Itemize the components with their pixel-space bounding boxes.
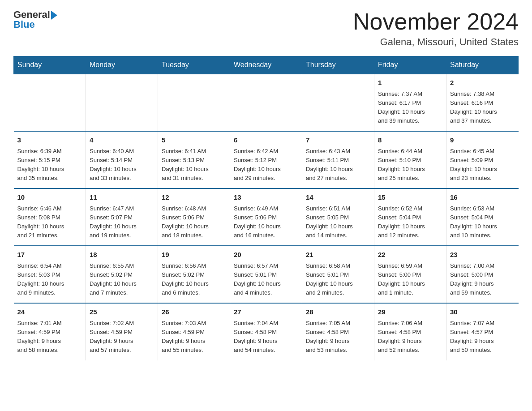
day-info: Sunrise: 6:54 AMSunset: 5:03 PMDaylight:… bbox=[17, 261, 82, 298]
calendar-cell: 6Sunrise: 6:42 AMSunset: 5:12 PMDaylight… bbox=[230, 131, 302, 188]
calendar-cell: 10Sunrise: 6:46 AMSunset: 5:08 PMDayligh… bbox=[14, 188, 86, 246]
day-number: 25 bbox=[90, 307, 154, 317]
calendar-week-row: 10Sunrise: 6:46 AMSunset: 5:08 PMDayligh… bbox=[14, 188, 519, 246]
day-info: Sunrise: 6:48 AMSunset: 5:06 PMDaylight:… bbox=[162, 204, 226, 240]
day-info: Sunrise: 6:51 AMSunset: 5:05 PMDaylight:… bbox=[306, 204, 370, 240]
calendar-cell: 16Sunrise: 6:53 AMSunset: 5:04 PMDayligh… bbox=[446, 188, 519, 246]
calendar-cell: 21Sunrise: 6:58 AMSunset: 5:01 PMDayligh… bbox=[302, 246, 374, 303]
calendar-cell: 20Sunrise: 6:57 AMSunset: 5:01 PMDayligh… bbox=[230, 246, 302, 303]
day-number: 12 bbox=[162, 193, 226, 203]
weekday-header-row: SundayMondayTuesdayWednesdayThursdayFrid… bbox=[14, 56, 519, 74]
calendar-table: SundayMondayTuesdayWednesdayThursdayFrid… bbox=[13, 56, 519, 360]
day-number: 28 bbox=[306, 307, 370, 317]
day-info: Sunrise: 6:59 AMSunset: 5:00 PMDaylight:… bbox=[378, 261, 442, 298]
day-info: Sunrise: 7:01 AMSunset: 4:59 PMDaylight:… bbox=[17, 319, 82, 355]
calendar-week-row: 3Sunrise: 6:39 AMSunset: 5:15 PMDaylight… bbox=[14, 131, 519, 188]
logo: General Blue bbox=[13, 9, 57, 30]
calendar-cell: 9Sunrise: 6:45 AMSunset: 5:09 PMDaylight… bbox=[446, 131, 519, 188]
calendar-cell: 3Sunrise: 6:39 AMSunset: 5:15 PMDaylight… bbox=[14, 131, 86, 188]
calendar-cell: 12Sunrise: 6:48 AMSunset: 5:06 PMDayligh… bbox=[158, 188, 230, 246]
day-number: 5 bbox=[162, 135, 226, 146]
day-number: 15 bbox=[378, 193, 442, 203]
day-info: Sunrise: 7:06 AMSunset: 4:58 PMDaylight:… bbox=[378, 319, 442, 355]
day-number: 27 bbox=[234, 307, 298, 317]
calendar-cell bbox=[302, 74, 374, 131]
day-number: 26 bbox=[162, 307, 226, 317]
day-info: Sunrise: 7:07 AMSunset: 4:57 PMDaylight:… bbox=[450, 319, 515, 355]
day-info: Sunrise: 6:44 AMSunset: 5:10 PMDaylight:… bbox=[378, 147, 442, 183]
day-number: 7 bbox=[306, 135, 370, 146]
calendar-cell: 22Sunrise: 6:59 AMSunset: 5:00 PMDayligh… bbox=[374, 246, 446, 303]
day-number: 23 bbox=[450, 250, 515, 260]
day-info: Sunrise: 7:00 AMSunset: 5:00 PMDaylight:… bbox=[450, 261, 515, 298]
calendar-cell bbox=[14, 74, 86, 131]
weekday-header-thursday: Thursday bbox=[302, 56, 374, 74]
day-info: Sunrise: 6:39 AMSunset: 5:15 PMDaylight:… bbox=[17, 147, 82, 183]
calendar-cell: 11Sunrise: 6:47 AMSunset: 5:07 PMDayligh… bbox=[86, 188, 158, 246]
day-info: Sunrise: 6:49 AMSunset: 5:06 PMDaylight:… bbox=[234, 204, 298, 240]
location-title: Galena, Missouri, United States bbox=[353, 36, 519, 48]
day-number: 16 bbox=[450, 193, 515, 203]
day-number: 18 bbox=[90, 250, 154, 260]
day-number: 8 bbox=[378, 135, 442, 146]
calendar-cell: 29Sunrise: 7:06 AMSunset: 4:58 PMDayligh… bbox=[374, 303, 446, 360]
calendar-cell: 14Sunrise: 6:51 AMSunset: 5:05 PMDayligh… bbox=[302, 188, 374, 246]
calendar-cell bbox=[230, 74, 302, 131]
calendar-cell: 17Sunrise: 6:54 AMSunset: 5:03 PMDayligh… bbox=[14, 246, 86, 303]
calendar-cell bbox=[158, 74, 230, 131]
day-info: Sunrise: 6:41 AMSunset: 5:13 PMDaylight:… bbox=[162, 147, 226, 183]
logo-blue-text: Blue bbox=[13, 19, 35, 30]
calendar-cell: 24Sunrise: 7:01 AMSunset: 4:59 PMDayligh… bbox=[14, 303, 86, 360]
day-info: Sunrise: 7:38 AMSunset: 6:16 PMDaylight:… bbox=[450, 90, 515, 126]
calendar-cell: 5Sunrise: 6:41 AMSunset: 5:13 PMDaylight… bbox=[158, 131, 230, 188]
weekday-header-sunday: Sunday bbox=[14, 56, 86, 74]
calendar-week-row: 1Sunrise: 7:37 AMSunset: 6:17 PMDaylight… bbox=[14, 74, 519, 131]
calendar-header: SundayMondayTuesdayWednesdayThursdayFrid… bbox=[14, 56, 519, 74]
day-info: Sunrise: 6:58 AMSunset: 5:01 PMDaylight:… bbox=[306, 261, 370, 298]
day-number: 6 bbox=[234, 135, 298, 146]
day-info: Sunrise: 7:04 AMSunset: 4:58 PMDaylight:… bbox=[234, 319, 298, 355]
weekday-header-wednesday: Wednesday bbox=[230, 56, 302, 74]
calendar-cell: 8Sunrise: 6:44 AMSunset: 5:10 PMDaylight… bbox=[374, 131, 446, 188]
calendar-cell: 28Sunrise: 7:05 AMSunset: 4:58 PMDayligh… bbox=[302, 303, 374, 360]
day-info: Sunrise: 6:47 AMSunset: 5:07 PMDaylight:… bbox=[90, 204, 154, 240]
calendar-cell: 18Sunrise: 6:55 AMSunset: 5:02 PMDayligh… bbox=[86, 246, 158, 303]
calendar-body: 1Sunrise: 7:37 AMSunset: 6:17 PMDaylight… bbox=[14, 74, 519, 360]
calendar-cell: 30Sunrise: 7:07 AMSunset: 4:57 PMDayligh… bbox=[446, 303, 519, 360]
calendar-cell: 19Sunrise: 6:56 AMSunset: 5:02 PMDayligh… bbox=[158, 246, 230, 303]
day-number: 9 bbox=[450, 135, 515, 146]
day-number: 22 bbox=[378, 250, 442, 260]
day-number: 17 bbox=[17, 250, 82, 260]
weekday-header-monday: Monday bbox=[86, 56, 158, 74]
calendar-cell: 1Sunrise: 7:37 AMSunset: 6:17 PMDaylight… bbox=[374, 74, 446, 131]
day-number: 19 bbox=[162, 250, 226, 260]
calendar-cell: 7Sunrise: 6:43 AMSunset: 5:11 PMDaylight… bbox=[302, 131, 374, 188]
day-info: Sunrise: 6:45 AMSunset: 5:09 PMDaylight:… bbox=[450, 147, 515, 183]
month-title: November 2024 bbox=[353, 9, 519, 34]
day-info: Sunrise: 6:56 AMSunset: 5:02 PMDaylight:… bbox=[162, 261, 226, 298]
logo-arrow-icon bbox=[51, 11, 57, 20]
day-number: 20 bbox=[234, 250, 298, 260]
day-number: 29 bbox=[378, 307, 442, 317]
page-header: General Blue November 2024 Galena, Misso… bbox=[13, 9, 519, 48]
calendar-cell: 2Sunrise: 7:38 AMSunset: 6:16 PMDaylight… bbox=[446, 74, 519, 131]
day-info: Sunrise: 6:57 AMSunset: 5:01 PMDaylight:… bbox=[234, 261, 298, 298]
day-number: 14 bbox=[306, 193, 370, 203]
day-info: Sunrise: 6:40 AMSunset: 5:14 PMDaylight:… bbox=[90, 147, 154, 183]
calendar-cell: 23Sunrise: 7:00 AMSunset: 5:00 PMDayligh… bbox=[446, 246, 519, 303]
day-info: Sunrise: 6:53 AMSunset: 5:04 PMDaylight:… bbox=[450, 204, 515, 240]
day-info: Sunrise: 6:42 AMSunset: 5:12 PMDaylight:… bbox=[234, 147, 298, 183]
day-info: Sunrise: 7:03 AMSunset: 4:59 PMDaylight:… bbox=[162, 319, 226, 355]
day-number: 13 bbox=[234, 193, 298, 203]
calendar-cell: 15Sunrise: 6:52 AMSunset: 5:04 PMDayligh… bbox=[374, 188, 446, 246]
calendar-week-row: 24Sunrise: 7:01 AMSunset: 4:59 PMDayligh… bbox=[14, 303, 519, 360]
calendar-cell: 27Sunrise: 7:04 AMSunset: 4:58 PMDayligh… bbox=[230, 303, 302, 360]
day-number: 30 bbox=[450, 307, 515, 317]
calendar-cell: 13Sunrise: 6:49 AMSunset: 5:06 PMDayligh… bbox=[230, 188, 302, 246]
calendar-week-row: 17Sunrise: 6:54 AMSunset: 5:03 PMDayligh… bbox=[14, 246, 519, 303]
title-block: November 2024 Galena, Missouri, United S… bbox=[353, 9, 519, 48]
day-info: Sunrise: 6:55 AMSunset: 5:02 PMDaylight:… bbox=[90, 261, 154, 298]
day-number: 24 bbox=[17, 307, 82, 317]
day-number: 4 bbox=[90, 135, 154, 146]
calendar-cell: 25Sunrise: 7:02 AMSunset: 4:59 PMDayligh… bbox=[86, 303, 158, 360]
